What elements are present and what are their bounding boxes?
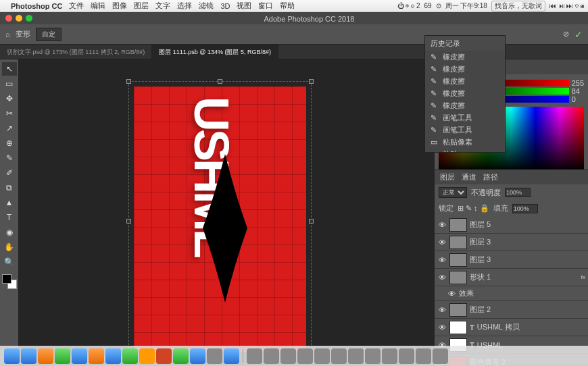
dock-app[interactable]	[173, 348, 189, 364]
layer-row[interactable]: 👁TUSHML 拷贝	[435, 319, 588, 336]
dock-app[interactable]	[38, 348, 53, 364]
dock-app[interactable]	[207, 348, 222, 364]
zoom-tool[interactable]: 🔍	[2, 255, 17, 269]
layers-tab[interactable]: 图层	[440, 172, 455, 182]
visibility-icon[interactable]: 👁	[437, 256, 447, 264]
layer-row[interactable]: 👁图层 3	[435, 251, 588, 269]
dock-minimized[interactable]	[382, 348, 397, 364]
menu-image[interactable]: 图像	[112, 1, 127, 11]
menu-filter[interactable]: 滤镜	[199, 1, 214, 11]
hand-tool[interactable]: ✋	[2, 240, 17, 254]
shape-tool[interactable]: ◉	[2, 226, 17, 239]
dock-app[interactable]	[55, 348, 70, 364]
dock-app[interactable]	[122, 348, 138, 364]
visibility-icon[interactable]: 👁	[437, 306, 447, 314]
marquee-tool[interactable]: ▭	[2, 77, 17, 90]
eyedropper-tool[interactable]: ↗	[2, 122, 17, 135]
mac-menubar[interactable]: Photoshop CC 文件 编辑 图像 图层 文字 选择 滤镜 3D 视图 …	[0, 0, 588, 12]
dock-app[interactable]	[105, 348, 121, 364]
history-panel[interactable]: 历史记录 ✎橡皮擦 ✎橡皮擦 ✎橡皮擦 ✎橡皮擦 ✎橡皮擦 ✎画笔工具 ✎画笔工…	[424, 35, 506, 153]
stamp-tool[interactable]: ✐	[2, 166, 17, 180]
dock-app[interactable]	[190, 348, 205, 364]
menu-3d[interactable]: 3D	[220, 2, 230, 10]
dock-finder[interactable]	[4, 348, 20, 364]
minimize-button[interactable]	[16, 15, 22, 22]
macos-dock[interactable]	[0, 346, 588, 366]
warp-dropdown[interactable]: 自定	[36, 28, 62, 41]
menu-select[interactable]: 选择	[177, 1, 192, 11]
layer-row[interactable]: 👁图层 5	[435, 216, 588, 234]
dock-app[interactable]	[21, 348, 36, 364]
app-name[interactable]: Photoshop CC	[11, 2, 62, 10]
dock-app[interactable]	[224, 348, 239, 364]
history-item[interactable]: ✎橡皮擦	[425, 75, 505, 87]
history-item[interactable]: ✎画笔工具	[425, 124, 505, 136]
fill-input[interactable]	[512, 204, 538, 213]
dock-app[interactable]	[72, 348, 87, 364]
visibility-icon[interactable]: 👁	[437, 221, 447, 229]
menu-view[interactable]: 视图	[237, 1, 251, 11]
menu-window[interactable]: 窗口	[258, 1, 273, 11]
menu-help[interactable]: 帮助	[280, 1, 295, 11]
cancel-transform-icon[interactable]: ⊘	[563, 30, 569, 38]
commit-transform-icon[interactable]: ✓	[574, 29, 583, 40]
layer-row[interactable]: 👁图层 3	[435, 234, 588, 251]
color-swatches[interactable]	[2, 274, 17, 289]
lasso-tool[interactable]: ✥	[2, 92, 17, 105]
lock-icons[interactable]: ⊞ ✎ ↕ 🔒	[458, 204, 489, 213]
layer-list[interactable]: 👁图层 5 👁图层 3 👁图层 3 👁形状 1fx 👁效果 👁图层 2 👁TUS…	[435, 216, 588, 366]
menu-edit[interactable]: 编辑	[91, 1, 105, 11]
dock-app[interactable]	[89, 348, 104, 364]
dock-minimized[interactable]	[399, 348, 414, 364]
canvas-viewport[interactable]: USHML 134.13% 文档:3.77M/20.3M	[19, 59, 434, 365]
brush-tool[interactable]: ✎	[2, 151, 17, 165]
wifi-icon[interactable]: ⊙	[436, 2, 441, 9]
menu-file[interactable]: 文件	[69, 1, 84, 11]
dock-minimized[interactable]	[264, 348, 279, 364]
maximize-button[interactable]	[26, 15, 32, 22]
menu-text[interactable]: 文字	[155, 1, 170, 11]
paths-tab[interactable]: 路径	[483, 172, 498, 182]
visibility-icon[interactable]: 👁	[437, 323, 447, 332]
dock-minimized[interactable]	[297, 348, 313, 364]
tab-1[interactable]: 图层 1111.psb @ 134% (图层 5, RGB/8#)	[152, 45, 278, 59]
layer-effect-row[interactable]: 👁效果	[435, 286, 588, 301]
layer-name[interactable]: 图层 3	[470, 255, 491, 265]
eraser-tool[interactable]: ⧉	[2, 181, 17, 194]
dock-trash[interactable]	[433, 348, 448, 364]
dock-minimized[interactable]	[247, 348, 262, 364]
crop-tool[interactable]: ✂	[2, 107, 17, 120]
clock[interactable]: 周一 下午9:18	[445, 1, 487, 11]
dock-illustrator[interactable]	[139, 348, 155, 364]
history-item[interactable]: ✎画笔工具	[425, 111, 505, 124]
history-item[interactable]: ✎橡皮擦	[425, 51, 505, 63]
layer-name[interactable]: 图层 2	[470, 305, 491, 315]
history-item[interactable]: ✎橡皮擦	[425, 87, 505, 99]
history-item[interactable]: ✎橡皮擦	[425, 99, 505, 111]
visibility-icon[interactable]: 👁	[437, 238, 447, 246]
layer-row[interactable]: 👁形状 1fx	[435, 269, 588, 286]
tab-0[interactable]: 切割文字.psd @ 173% (图层 1111 拷贝 2, RGB/8#)	[0, 45, 152, 59]
layer-name[interactable]: 图层 3	[470, 237, 491, 247]
status-icons[interactable]: ⏻ ◉ ⊙ 2	[397, 2, 420, 9]
history-item[interactable]: ▭粘贴	[425, 148, 505, 152]
dock-app[interactable]	[156, 348, 172, 364]
visibility-icon[interactable]: 👁	[447, 290, 456, 298]
layer-name[interactable]: USHML 拷贝	[477, 322, 520, 332]
history-tab[interactable]: 历史记录	[431, 38, 460, 49]
dock-minimized[interactable]	[416, 348, 431, 364]
b-value[interactable]: 0	[572, 95, 584, 103]
layer-name[interactable]: 形状 1	[470, 272, 491, 282]
r-value[interactable]: 255	[572, 79, 584, 87]
dock-minimized[interactable]	[280, 348, 296, 364]
dock-minimized[interactable]	[365, 348, 381, 364]
heal-tool[interactable]: ⊕	[2, 136, 17, 150]
history-item[interactable]: ▭粘贴像素	[425, 136, 505, 148]
opacity-input[interactable]	[505, 188, 531, 197]
dock-minimized[interactable]	[348, 348, 364, 364]
history-list[interactable]: ✎橡皮擦 ✎橡皮擦 ✎橡皮擦 ✎橡皮擦 ✎橡皮擦 ✎画笔工具 ✎画笔工具 ▭粘贴…	[425, 51, 505, 152]
pen-tool[interactable]: ▲	[2, 196, 17, 209]
layer-row[interactable]: 👁图层 2	[435, 301, 588, 319]
dock-minimized[interactable]	[314, 348, 330, 364]
history-item[interactable]: ✎橡皮擦	[425, 63, 505, 75]
